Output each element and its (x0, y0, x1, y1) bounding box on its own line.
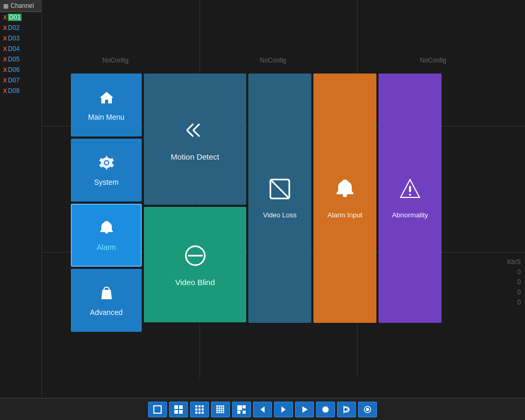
svg-rect-13 (179, 405, 183, 409)
channel-id: D07 (8, 77, 19, 84)
channel-x-mark: X (3, 67, 7, 73)
svg-rect-15 (179, 410, 183, 414)
svg-rect-20 (198, 408, 201, 411)
channel-x-mark: X (3, 56, 7, 62)
noconfig-2: NoConfig (260, 57, 286, 64)
video-loss-icon (268, 177, 291, 205)
channel-x-mark: X (3, 25, 7, 31)
svg-point-2 (105, 161, 108, 164)
main-content: NoConfig NoConfig NoConfig nfig Kb/S 0 0… (42, 0, 525, 399)
svg-rect-38 (218, 412, 220, 413)
channel-id: D02 (8, 24, 19, 32)
svg-rect-11 (154, 406, 161, 413)
channel-x-mark: X (3, 77, 7, 83)
sidebar-title: Channel (10, 2, 34, 9)
gear-icon (98, 154, 115, 174)
channel-item-d06[interactable]: XD06 (0, 65, 41, 75)
channel-id: D04 (8, 45, 19, 52)
alarm-input-tile[interactable]: Alarm Input (313, 74, 376, 323)
video-blind-label: Video Blind (175, 278, 215, 287)
alarm-button[interactable]: Alarm (71, 204, 142, 267)
custom-view-button[interactable] (232, 402, 251, 417)
main-menu-button[interactable]: Main Menu (71, 74, 142, 136)
svg-rect-29 (216, 407, 218, 409)
motion-detect-label: Motion Detect (171, 152, 219, 161)
app: ▦ Channel XD01XD02XD03XD04XD05XD06XD07XD… (0, 0, 525, 420)
svg-rect-24 (202, 412, 204, 414)
svg-marker-47 (302, 406, 308, 413)
noconfig-1: NoConfig (102, 57, 129, 64)
shopping-bag-icon (98, 285, 115, 304)
alarm-input-icon (333, 177, 356, 205)
kbs-label: Kb/S (507, 257, 521, 267)
quad-view-button[interactable] (169, 402, 188, 417)
abnormality-icon (398, 177, 422, 205)
next-button[interactable] (274, 402, 293, 417)
play-button[interactable] (295, 402, 314, 417)
svg-marker-46 (281, 406, 286, 413)
svg-rect-19 (195, 408, 197, 411)
system-button[interactable]: System (71, 139, 142, 202)
svg-rect-25 (216, 405, 218, 407)
svg-line-6 (270, 180, 289, 198)
channel-id: D08 (8, 87, 19, 94)
channel-item-d04[interactable]: XD04 (0, 44, 41, 54)
svg-rect-32 (223, 407, 224, 409)
svg-rect-16 (195, 405, 197, 407)
svg-rect-37 (216, 412, 218, 413)
svg-rect-34 (218, 410, 220, 411)
channel-item-d02[interactable]: XD02 (0, 23, 41, 33)
kbs-val-3: 0 (507, 288, 521, 298)
channel-item-d01[interactable]: XD01 (0, 12, 41, 23)
channel-item-d07[interactable]: XD07 (0, 75, 41, 86)
svg-rect-31 (220, 407, 222, 409)
kbs-val-1: 0 (507, 267, 521, 277)
svg-rect-26 (218, 405, 220, 407)
grid-icon: ▦ (3, 3, 8, 9)
video-loss-tile[interactable]: Video Loss (248, 74, 311, 323)
advanced-button[interactable]: Advanced (71, 269, 142, 332)
system-label: System (94, 178, 119, 186)
svg-rect-18 (202, 405, 204, 407)
svg-rect-39 (220, 412, 222, 413)
svg-point-52 (366, 408, 369, 411)
channel-id: D05 (8, 56, 19, 63)
prev-button[interactable] (253, 402, 272, 417)
pause-button[interactable] (337, 402, 356, 417)
svg-marker-45 (260, 406, 265, 413)
video-blind-tile[interactable]: Video Blind (144, 207, 246, 322)
motion-detect-tile[interactable]: Motion Detect (144, 74, 246, 205)
nine-view-button[interactable] (190, 402, 209, 417)
channel-id: D01 (8, 14, 22, 21)
channel-item-d08[interactable]: XD08 (0, 86, 41, 96)
kbs-val-2: 0 (507, 277, 521, 287)
channel-x-mark: X (3, 46, 7, 52)
svg-rect-41 (237, 405, 242, 410)
abnormality-tile[interactable]: Abnormality (379, 74, 442, 323)
svg-rect-21 (202, 408, 204, 411)
record-button[interactable] (316, 402, 335, 417)
nav-column: Main Menu System (71, 74, 142, 332)
svg-rect-9 (409, 186, 411, 192)
svg-rect-33 (216, 410, 218, 411)
svg-rect-44 (237, 411, 240, 414)
svg-rect-43 (243, 411, 246, 414)
svg-rect-23 (198, 412, 201, 414)
svg-rect-17 (198, 405, 201, 407)
main-menu-label: Main Menu (88, 113, 124, 121)
svg-rect-40 (223, 412, 224, 413)
channel-x-mark: X (3, 14, 7, 20)
alarm-bell-icon (98, 219, 115, 239)
video-loss-label: Video Loss (263, 211, 297, 219)
svg-point-48 (322, 406, 329, 413)
single-view-button[interactable] (148, 402, 167, 417)
large-tiles-column: Motion Detect Video Blind (144, 74, 246, 332)
sixteen-view-button[interactable] (211, 402, 230, 417)
svg-rect-22 (195, 412, 197, 414)
sidebar-header: ▦ Channel (0, 0, 41, 12)
channel-item-d05[interactable]: XD05 (0, 54, 41, 65)
svg-rect-10 (409, 194, 411, 196)
stop-button[interactable] (358, 402, 377, 417)
channel-item-d03[interactable]: XD03 (0, 33, 41, 44)
video-blind-icon (183, 243, 208, 271)
